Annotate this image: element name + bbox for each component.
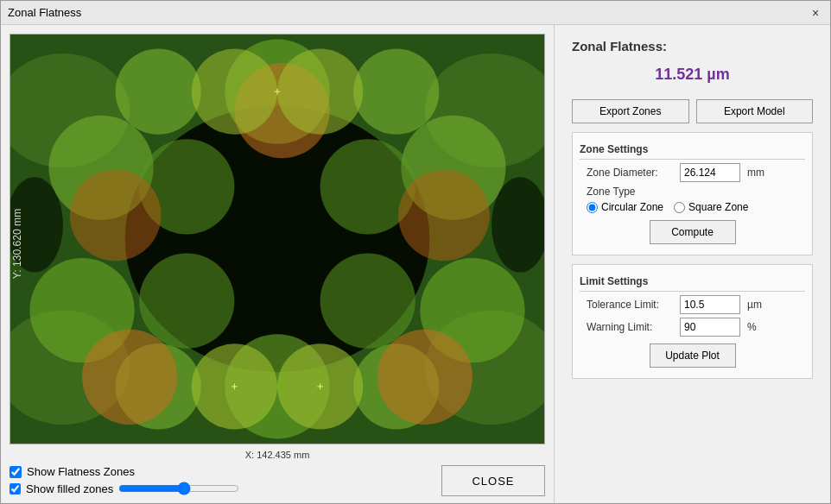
svg-point-29 xyxy=(277,49,363,135)
zone-diameter-unit: mm xyxy=(747,167,764,179)
show-filled-zones-checkbox[interactable] xyxy=(10,483,21,495)
tolerance-limit-row: Tolerance Limit: µm xyxy=(580,295,805,314)
circular-zone-label: Circular Zone xyxy=(601,201,663,213)
compute-button[interactable]: Compute xyxy=(650,220,736,244)
limit-settings-title: Limit Settings xyxy=(580,275,805,292)
tolerance-limit-input[interactable] xyxy=(680,295,740,314)
window-close-button[interactable]: × xyxy=(808,5,823,21)
svg-point-23 xyxy=(398,170,490,261)
svg-point-22 xyxy=(70,170,162,261)
window-title: Zonal Flatness xyxy=(8,6,81,19)
show-filled-zones-row: Show filled zones xyxy=(10,482,239,495)
show-flatness-zones-row: Show Flatness Zones xyxy=(10,465,239,478)
visualization-canvas: Y: 130.620 mm xyxy=(10,34,545,444)
title-bar: Zonal Flatness × xyxy=(1,1,830,25)
limit-settings-box: Limit Settings Tolerance Limit: µm Warni… xyxy=(572,264,813,379)
bottom-controls: Show Flatness Zones Show filled zones xyxy=(10,462,239,495)
close-button[interactable]: CLOSE xyxy=(441,465,545,496)
tolerance-unit: µm xyxy=(747,299,762,311)
main-content: Y: 130.620 mm X: 142.435 mm Show Flatnes… xyxy=(1,25,830,503)
tolerance-limit-label: Tolerance Limit: xyxy=(587,299,673,311)
update-plot-button[interactable]: Update Plot xyxy=(650,343,736,368)
left-panel: Y: 130.620 mm X: 142.435 mm Show Flatnes… xyxy=(1,25,554,503)
zone-type-radio-group: Circular Zone Square Zone xyxy=(580,201,805,213)
show-flatness-zones-label[interactable]: Show Flatness Zones xyxy=(27,465,135,478)
zone-settings-box: Zone Settings Zone Diameter: mm Zone Typ… xyxy=(572,132,813,255)
zone-diameter-input[interactable] xyxy=(680,163,740,182)
show-flatness-zones-checkbox[interactable] xyxy=(10,466,22,478)
zone-type-label: Zone Type xyxy=(580,186,805,198)
svg-point-25 xyxy=(377,330,473,425)
main-window: Zonal Flatness × xyxy=(0,0,831,504)
zone-diameter-label: Zone Diameter: xyxy=(587,167,673,179)
svg-point-24 xyxy=(82,330,177,425)
svg-point-28 xyxy=(192,49,277,135)
right-panel: Zonal Flatness: 11.521 µm Export Zones E… xyxy=(554,25,830,503)
close-button-area: CLOSE xyxy=(441,465,545,496)
export-model-button[interactable]: Export Model xyxy=(696,99,814,123)
svg-text:Y:  130.620  mm: Y: 130.620 mm xyxy=(11,209,23,279)
export-zones-button[interactable]: Export Zones xyxy=(572,99,689,123)
x-axis-label: X: 142.435 mm xyxy=(10,448,545,462)
square-zone-radio[interactable] xyxy=(674,202,685,213)
zonal-flatness-title: Zonal Flatness: xyxy=(572,39,813,54)
warning-limit-input[interactable] xyxy=(680,318,740,337)
square-zone-label: Square Zone xyxy=(688,201,748,213)
flatness-value: 11.521 µm xyxy=(572,66,813,84)
svg-point-20 xyxy=(320,254,416,349)
square-zone-option[interactable]: Square Zone xyxy=(674,201,748,213)
zone-diameter-row: Zone Diameter: mm xyxy=(580,163,805,182)
svg-point-13 xyxy=(116,49,201,135)
export-buttons: Export Zones Export Model xyxy=(572,99,813,123)
circular-zone-option[interactable]: Circular Zone xyxy=(587,201,663,213)
circular-zone-radio[interactable] xyxy=(587,202,598,213)
zone-settings-title: Zone Settings xyxy=(580,143,805,160)
warning-limit-row: Warning Limit: % xyxy=(580,318,805,337)
warning-unit: % xyxy=(747,321,757,333)
show-filled-zones-label[interactable]: Show filled zones xyxy=(26,482,113,495)
svg-point-14 xyxy=(353,49,439,135)
opacity-slider[interactable] xyxy=(118,482,239,495)
warning-limit-label: Warning Limit: xyxy=(587,321,673,333)
svg-point-19 xyxy=(139,254,234,349)
